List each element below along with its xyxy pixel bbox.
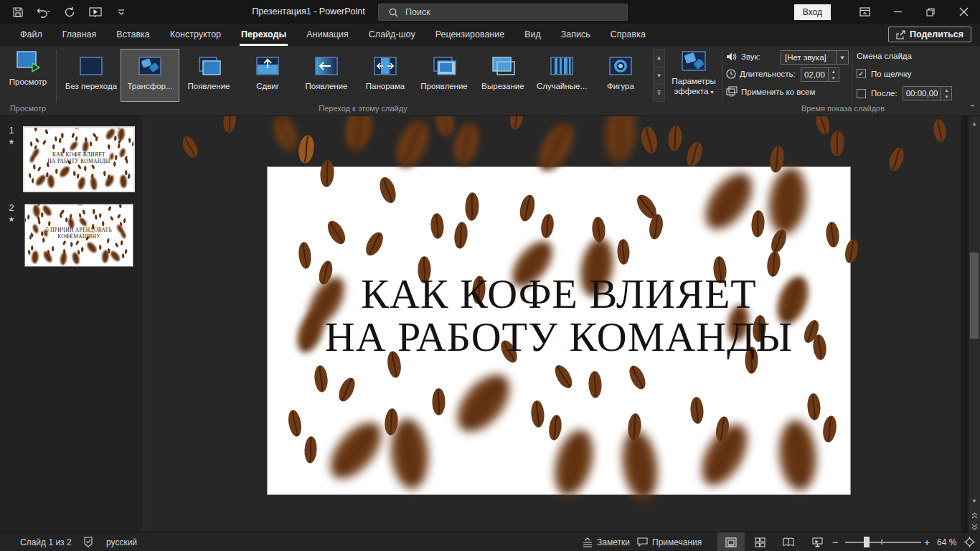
coffee-bean (95, 136, 98, 142)
gallery-scroll-down-icon[interactable]: ▼ (653, 67, 665, 85)
coffee-bean (31, 245, 34, 250)
normal-view-button[interactable] (717, 532, 745, 551)
effect-options-button[interactable]: Параметры эффекта ▾ (669, 50, 719, 100)
document-title: Презентация1 - PowerPoint (215, 0, 402, 24)
search-box[interactable]: Поиск (378, 4, 628, 21)
on-click-checkbox-row[interactable]: ✓ По щелчку (857, 69, 912, 78)
redo-icon[interactable] (62, 4, 77, 20)
save-icon[interactable] (10, 4, 26, 20)
comments-toggle[interactable]: Примечания (637, 532, 702, 551)
customize-qat-icon[interactable] (113, 4, 129, 20)
scroll-up-icon[interactable]: ▲ (969, 118, 980, 129)
tab-slideshow[interactable]: Слайд-шоу (360, 24, 424, 46)
tab-insert[interactable]: Вставка (108, 24, 158, 46)
preview-button[interactable]: Просмотр (6, 50, 50, 100)
coffee-bean (93, 209, 95, 215)
coffee-bean (123, 218, 126, 224)
zoom-level[interactable]: 64 % (937, 532, 956, 551)
transition-none[interactable]: Без перехода (62, 49, 121, 102)
gallery-scroll-up-icon[interactable]: ▲ (653, 49, 665, 67)
sound-dropdown[interactable]: [Нет звука] ▼ (781, 50, 849, 65)
slide-thumbnail-2[interactable]: 5 ПРИЧИН АРЕНДОВАТЬКОФЕМАШИНУ (24, 204, 133, 267)
ribbon: Просмотр Без перехода Трансфор... (0, 46, 980, 103)
duration-down-icon[interactable]: ▼ (829, 75, 839, 81)
tab-design[interactable]: Конструктор (161, 24, 230, 46)
transition-reveal[interactable]: Проявление (415, 49, 473, 102)
share-button[interactable]: Поделиться (888, 27, 971, 42)
start-slideshow-icon[interactable] (88, 4, 103, 20)
transition-morph[interactable]: Трансфор... (121, 49, 179, 102)
coffee-bean (117, 143, 120, 149)
slide-sorter-view-button[interactable] (746, 532, 773, 551)
scrollbar-thumb[interactable] (970, 253, 979, 339)
sound-dropdown-arrow-icon[interactable]: ▼ (837, 50, 849, 65)
thumbnail-2-meta: 2 ★ (4, 202, 19, 223)
transition-cut[interactable]: Вырезание (473, 49, 532, 102)
coffee-bean (63, 249, 66, 255)
previous-slide-icon[interactable] (969, 509, 980, 521)
coffee-bean (84, 166, 87, 171)
gallery-more-icon[interactable]: ⊽ (653, 84, 665, 102)
slideshow-view-button[interactable] (804, 532, 831, 551)
undo-icon[interactable] (36, 4, 52, 20)
apply-to-all-button[interactable]: Применить ко всем (726, 86, 815, 97)
next-slide-icon[interactable] (969, 521, 980, 532)
apply-to-all-icon (726, 86, 738, 97)
tab-view[interactable]: Вид (516, 24, 550, 46)
coffee-bean (44, 129, 49, 135)
slide-thumbnail-panel: 1 ★ КАК КОФЕ ВЛИЯЕТНА РАБОТУ КОМАНДЫ 2 ★… (0, 116, 143, 532)
zoom-slider-track[interactable] (845, 542, 921, 543)
coffee-bean (814, 116, 832, 137)
after-down-icon[interactable]: ▼ (941, 93, 951, 100)
duration-up-icon[interactable]: ▲ (829, 68, 839, 75)
close-button[interactable] (947, 0, 980, 24)
scroll-down-icon[interactable]: ▼ (969, 495, 980, 507)
zoom-in-icon[interactable]: + (924, 532, 930, 551)
restore-button[interactable] (914, 0, 947, 24)
coffee-bean (128, 174, 131, 179)
sign-in-button[interactable]: Вход (794, 4, 831, 20)
fit-slide-to-window-icon[interactable] (964, 532, 975, 551)
transition-split[interactable]: Панорама (356, 49, 415, 102)
minimize-button[interactable] (881, 0, 914, 24)
spellcheck-icon[interactable] (83, 532, 93, 551)
slide-canvas[interactable]: КАК КОФЕ ВЛИЯЕТ НА РАБОТУ КОМАНДЫ (144, 116, 961, 532)
on-click-checkbox[interactable]: ✓ (857, 69, 866, 78)
coffee-bean (64, 204, 70, 204)
tab-review[interactable]: Рецензирование (427, 24, 514, 46)
tab-home[interactable]: Главная (54, 24, 105, 46)
coffee-bean (57, 164, 72, 179)
collapse-ribbon-icon[interactable]: ⌃ (969, 103, 976, 113)
slide-title-text[interactable]: КАК КОФЕ ВЛИЯЕТ НА РАБОТУ КОМАНДЫ (267, 273, 851, 359)
language-indicator[interactable]: русский (106, 532, 137, 551)
after-checkbox[interactable] (857, 89, 866, 98)
after-up-icon[interactable]: ▲ (941, 87, 951, 93)
tab-animations[interactable]: Анимация (298, 24, 357, 46)
tab-transitions[interactable]: Переходы (232, 24, 295, 46)
coffee-bean (35, 137, 40, 143)
notes-toggle[interactable]: Заметки (583, 532, 630, 551)
after-spinner[interactable]: 00:00,00 ▲ ▼ (903, 86, 953, 100)
coffee-bean (885, 145, 907, 174)
reading-view-button[interactable] (775, 532, 802, 551)
zoom-out-icon[interactable]: − (832, 532, 839, 551)
transition-push[interactable]: Сдвиг (238, 49, 297, 102)
tab-help[interactable]: Справка (602, 24, 654, 46)
vertical-scrollbar[interactable]: ▲ ▼ (969, 116, 980, 532)
transition-random-bars[interactable]: Случайные... (532, 49, 591, 102)
tab-file[interactable]: Файл (11, 24, 51, 46)
transition-fade[interactable]: Появление (179, 49, 238, 102)
zoom-slider-thumb[interactable] (864, 537, 870, 547)
tab-record[interactable]: Запись (552, 24, 599, 46)
coffee-bean (74, 204, 83, 207)
after-checkbox-row[interactable]: После: 00:00,00 ▲ ▼ (857, 86, 952, 100)
transition-shape[interactable]: Фигура (591, 49, 650, 102)
ribbon-display-options-icon[interactable] (848, 0, 881, 24)
coffee-bean (108, 206, 112, 212)
coffee-bean (34, 126, 37, 132)
transition-wipe[interactable]: Появление (297, 49, 356, 102)
slide-counter[interactable]: Слайд 1 из 2 (20, 532, 72, 551)
slide-thumbnail-1[interactable]: КАК КОФЕ ВЛИЯЕТНА РАБОТУ КОМАНДЫ (23, 126, 135, 192)
ribbon-group-labels: Просмотр Переход к этому слайду Время по… (0, 103, 980, 116)
duration-spinner[interactable]: 02,00 ▲ ▼ (801, 67, 839, 82)
